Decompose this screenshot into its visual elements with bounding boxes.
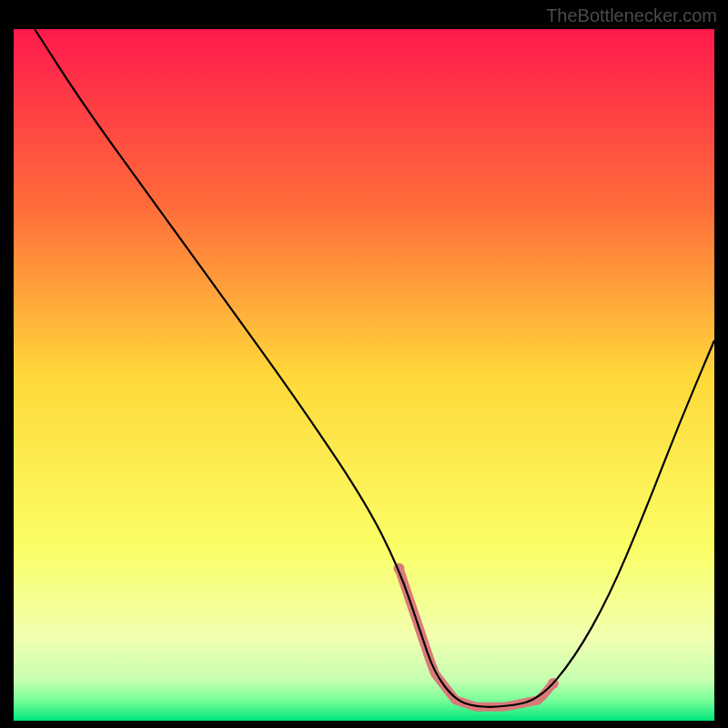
watermark-text: TheBottlenecker.com xyxy=(546,5,717,26)
plot-area xyxy=(14,29,714,721)
curve-layer xyxy=(14,29,714,721)
bottleneck-curve xyxy=(35,29,714,707)
chart-frame xyxy=(14,29,714,721)
